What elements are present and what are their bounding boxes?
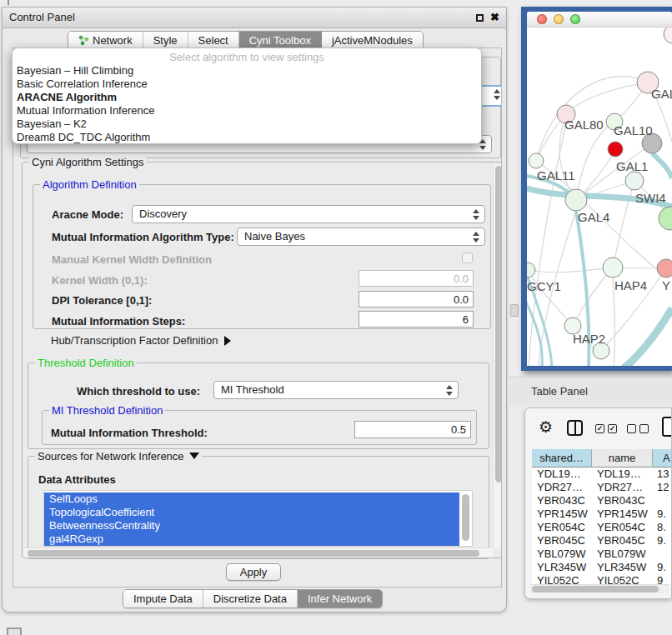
table-row[interactable]: YBL079W YBL079W xyxy=(532,548,672,561)
table-panel-window: ⚙ ✓✓ shared… name A YDL19… YDL19… 13 YDR… xyxy=(524,408,672,599)
combo-stepper-icon xyxy=(473,209,479,220)
list-item[interactable]: TopologicalCoefficient xyxy=(44,506,459,519)
table-row[interactable]: YPR145W YPR145W 9. xyxy=(532,508,672,521)
tab-discretize-data[interactable]: Discretize Data xyxy=(203,590,298,608)
tab-cyni-toolbox[interactable]: Cyni Toolbox xyxy=(239,32,322,49)
zoom-traffic-light[interactable] xyxy=(570,14,580,24)
node-GAL11[interactable] xyxy=(529,153,544,168)
which-threshold-value: MI Threshold xyxy=(221,383,284,396)
cell: YDL19… xyxy=(537,468,581,481)
table-row[interactable]: YBR043C YBR043C xyxy=(532,494,672,508)
cell: YBL079W xyxy=(537,548,586,561)
network-canvas[interactable]: GAL7 GAL80 GAL10 GAL1 SWI4 GAL11 GAL4 HA… xyxy=(527,28,672,366)
disclosure-down-icon xyxy=(189,452,199,459)
list-item[interactable]: gal4RGexp xyxy=(44,532,459,546)
mi-threshold-group-title: MI Threshold Definition xyxy=(49,404,165,417)
node-label: GCY1 xyxy=(527,279,561,293)
minimize-traffic-light[interactable] xyxy=(554,14,564,24)
node-label: HAP2 xyxy=(573,332,605,346)
node-label: GAL11 xyxy=(537,168,575,182)
cyni-algorithm-settings-group: Cyni Algorithm Settings Algorithm Defini… xyxy=(22,162,502,558)
float-window-icon[interactable] xyxy=(476,14,484,22)
cell: YPR145W xyxy=(537,508,588,521)
node-GCY1[interactable] xyxy=(527,262,535,278)
network-view-titlebar[interactable] xyxy=(527,12,672,28)
table-panel-title: Table Panel xyxy=(531,378,588,406)
close-icon[interactable]: ✖ xyxy=(490,11,499,23)
settings-vertical-scrollbar[interactable] xyxy=(493,164,502,548)
screen: Control Panel ✖ Network Style Select Cyn… xyxy=(0,0,672,635)
list-scrollbar-thumb[interactable] xyxy=(462,494,469,541)
combo-stepper-icon xyxy=(473,232,479,242)
which-threshold-combo[interactable]: MI Threshold xyxy=(213,381,459,399)
table-row[interactable]: YDR27… YDR27… 12 xyxy=(532,481,672,494)
node-top-edge[interactable] xyxy=(664,28,672,43)
column-header-partial[interactable]: A xyxy=(653,449,672,468)
node-GAL4[interactable] xyxy=(565,189,587,211)
hub-definition-label: Hub/Transcription Factor Definition xyxy=(51,334,218,347)
column-header-shared-name[interactable]: shared… xyxy=(532,449,592,468)
gear-icon[interactable]: ⚙ xyxy=(539,419,553,435)
table-horizontal-scrollbar[interactable] xyxy=(530,584,669,593)
close-traffic-light[interactable] xyxy=(537,14,547,24)
table-hscroll-thumb[interactable] xyxy=(532,586,659,592)
split-columns-icon[interactable] xyxy=(567,420,583,436)
node-GAL1[interactable] xyxy=(608,142,623,157)
mi-threshold-field[interactable] xyxy=(354,421,471,438)
table-row[interactable]: YLR345W YLR345W 9. xyxy=(532,561,672,574)
table-panel-strip: Table Panel xyxy=(508,377,672,405)
cell: YBR043C xyxy=(597,494,645,508)
dpi-tolerance-label: DPI Tolerance [0,1]: xyxy=(52,294,152,307)
cell: YIL052C xyxy=(597,574,639,584)
mi-type-combo[interactable]: Naive Bayes xyxy=(237,228,485,246)
document-icon[interactable] xyxy=(662,417,672,437)
dropdown-item[interactable]: Basic Correlation Inference xyxy=(13,78,481,91)
tab-jactivemnodules-label: jActiveMNodules xyxy=(332,34,413,47)
collapsed-panel-icon[interactable] xyxy=(7,628,22,635)
dropdown-item[interactable]: Bayesian – Hill Climbing xyxy=(13,64,481,78)
sources-title[interactable]: Sources for Network Inference xyxy=(35,450,202,462)
network-view-window[interactable]: GAL7 GAL80 GAL10 GAL1 SWI4 GAL11 GAL4 HA… xyxy=(521,7,672,371)
settings-vscroll-thumb[interactable] xyxy=(495,166,502,482)
tab-network[interactable]: Network xyxy=(68,32,143,49)
tab-style[interactable]: Style xyxy=(143,32,188,49)
hub-definition-disclosure[interactable]: Hub/Transcription Factor Definition xyxy=(51,334,231,347)
dropdown-item[interactable]: Mutual Information Inference xyxy=(13,104,481,118)
algorithm-dropdown-popup: Select algorithm to view settings Bayesi… xyxy=(12,48,482,144)
mi-steps-field[interactable] xyxy=(359,311,474,328)
node-HAP4[interactable] xyxy=(603,258,623,278)
data-attributes-list[interactable]: SelfLoops TopologicalCoefficient Between… xyxy=(43,490,473,547)
settings-hscroll-thumb[interactable] xyxy=(28,550,479,557)
dropdown-item-selected[interactable]: ARACNE Algorithm xyxy=(13,91,481,104)
apply-button[interactable]: Apply xyxy=(226,563,281,581)
algorithm-definition-group: Algorithm Definition Aracne Mode: Discov… xyxy=(33,184,491,329)
table-row[interactable]: YBR045C YBR045C 9. xyxy=(532,534,672,548)
list-item[interactable]: SelfLoops xyxy=(44,492,459,506)
tab-style-label: Style xyxy=(153,34,178,47)
mi-steps-label: Mutual Information Steps: xyxy=(52,315,185,328)
aracne-mode-combo[interactable]: Discovery xyxy=(132,205,485,223)
cell: 12 xyxy=(657,481,669,494)
table-row[interactable]: YER054C YER054C 8. xyxy=(532,521,672,534)
settings-horizontal-scrollbar[interactable] xyxy=(24,548,493,558)
manual-kernel-checkbox xyxy=(462,252,473,263)
select-all-columns-icon[interactable]: ✓✓ xyxy=(595,424,617,433)
tab-select[interactable]: Select xyxy=(188,32,239,49)
node-green-edge[interactable] xyxy=(659,207,672,230)
column-header-name[interactable]: name xyxy=(592,449,653,468)
dropdown-item[interactable]: Dream8 DC_TDC Algorithm xyxy=(13,131,481,144)
tab-impute-data[interactable]: Impute Data xyxy=(123,590,203,608)
unselect-all-columns-icon[interactable] xyxy=(627,424,649,433)
dropdown-item[interactable]: Bayesian – K2 xyxy=(13,118,481,131)
node-label: Y xyxy=(662,278,670,292)
cell: YER054C xyxy=(537,521,585,534)
tab-jactivemnodules[interactable]: jActiveMNodules xyxy=(322,32,423,49)
panel-splitter-handle[interactable] xyxy=(510,304,519,317)
list-item[interactable]: BetweennessCentrality xyxy=(44,519,459,532)
dpi-tolerance-field[interactable] xyxy=(359,291,474,308)
node-Y[interactable] xyxy=(657,259,672,278)
table-row[interactable]: YIL052C YIL052C 9 xyxy=(532,574,672,584)
node-SWI4[interactable] xyxy=(625,172,644,190)
tab-infer-network[interactable]: Infer Network xyxy=(298,590,382,608)
table-row[interactable]: YDL19… YDL19… 13 xyxy=(532,468,672,481)
